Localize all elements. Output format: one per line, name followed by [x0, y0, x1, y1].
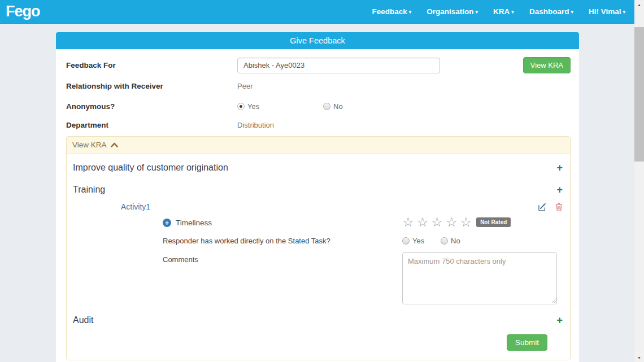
nav-item-label: KRA	[493, 7, 510, 16]
anonymous-yes-option[interactable]: Yes	[237, 102, 323, 111]
view-kra-panel-body: Improve quality of customer origination …	[67, 154, 570, 360]
not-rated-badge: Not Rated	[476, 217, 511, 227]
kra-section-training: Training +	[72, 178, 564, 200]
delete-trash-icon[interactable]	[555, 203, 563, 211]
kra-section-audit: Audit +	[72, 309, 564, 331]
responder-question: Responder has worked directly on the Sta…	[163, 237, 402, 245]
add-icon[interactable]: +	[556, 316, 563, 324]
anonymous-no-label: No	[333, 102, 343, 111]
view-kra-panel-header[interactable]: View KRA	[67, 137, 570, 154]
form-row-anonymous: Anonymous? Yes No	[66, 102, 571, 111]
vertical-scrollbar[interactable]: ▲ ▼	[634, 0, 644, 362]
caret-down-icon: ▾	[409, 9, 412, 15]
nav-item-label: Organisation	[427, 7, 473, 16]
responder-yes-label: Yes	[412, 237, 424, 245]
nav-item-organisation[interactable]: Organisation▾	[427, 7, 478, 16]
radio-checked-icon[interactable]	[237, 103, 245, 110]
scrollbar-thumb[interactable]	[634, 27, 644, 162]
page-title: Give Feedback	[56, 32, 579, 49]
activity-row: Activity1	[72, 200, 564, 213]
submit-button[interactable]: Submit	[507, 334, 547, 351]
activity-name-link[interactable]: Activity1	[121, 202, 150, 211]
view-kra-button[interactable]: View KRA	[523, 57, 571, 73]
star-icon[interactable]: ☆	[460, 216, 472, 229]
submit-row: Submit	[72, 331, 564, 355]
nav-item-label: Hi! Vimal	[589, 7, 621, 16]
relationship-value: Peer	[237, 82, 253, 90]
caret-down-icon: ▾	[476, 9, 478, 15]
chevron-up-icon	[111, 142, 118, 147]
feedback-form: Feedback For View KRA Relationship with …	[56, 49, 579, 136]
plus-circle-icon[interactable]: +	[163, 219, 171, 227]
anonymous-label: Anonymous?	[66, 102, 237, 111]
form-row-feedback-for: Feedback For View KRA	[66, 57, 571, 73]
caret-down-icon: ▾	[571, 9, 573, 15]
responder-yes-option[interactable]: Yes	[402, 237, 441, 245]
radio-unchecked-icon[interactable]	[402, 237, 410, 245]
criteria-label: Timeliness	[176, 219, 212, 227]
nav-item-user-menu[interactable]: Hi! Vimal▾	[589, 7, 625, 16]
kra-section-title: Improve quality of customer origination	[73, 163, 228, 173]
give-feedback-panel: Give Feedback Feedback For View KRA Rela…	[56, 32, 579, 362]
comments-textarea[interactable]	[402, 252, 557, 304]
anonymous-no-option[interactable]: No	[323, 102, 343, 111]
department-value: Distribution	[237, 121, 274, 129]
star-icon[interactable]: ☆	[417, 216, 429, 229]
nav-item-feedback[interactable]: Feedback▾	[372, 7, 412, 16]
star-icon[interactable]: ☆	[431, 216, 443, 229]
nav-item-label: Feedback	[372, 7, 407, 16]
radio-unchecked-icon[interactable]	[323, 103, 330, 110]
feedback-for-input[interactable]	[237, 58, 440, 73]
radio-unchecked-icon[interactable]	[441, 237, 448, 245]
comments-label: Comments	[163, 252, 402, 264]
view-kra-panel-title: View KRA	[72, 141, 107, 149]
kra-section-title: Audit	[73, 315, 93, 325]
resize-grip-icon[interactable]	[552, 298, 556, 303]
form-row-relationship: Relationship with Receiver Peer	[66, 82, 571, 90]
scroll-down-icon[interactable]: ▼	[634, 353, 644, 362]
responder-no-option[interactable]: No	[441, 237, 460, 245]
scroll-up-icon[interactable]: ▲	[634, 0, 644, 9]
criteria-row-timeliness: + Timeliness ☆ ☆ ☆ ☆ ☆ Not Rated	[72, 216, 564, 229]
nav-item-dashboard[interactable]: Dashboard▾	[529, 7, 573, 16]
kra-section-improve-quality: Improve quality of customer origination …	[72, 156, 564, 178]
relationship-label: Relationship with Receiver	[66, 82, 237, 90]
star-icon[interactable]: ☆	[402, 216, 414, 229]
edit-icon[interactable]	[538, 203, 547, 211]
nav-item-label: Dashboard	[529, 7, 569, 16]
feedback-for-label: Feedback For	[66, 61, 237, 69]
star-rating: ☆ ☆ ☆ ☆ ☆ Not Rated	[402, 216, 564, 229]
anonymous-yes-label: Yes	[247, 102, 259, 111]
caret-down-icon: ▾	[511, 9, 514, 15]
caret-down-icon: ▾	[623, 9, 625, 15]
brand-logo[interactable]: Fego	[6, 3, 40, 20]
add-icon[interactable]: +	[556, 164, 563, 172]
add-icon[interactable]: +	[556, 186, 563, 194]
responder-no-label: No	[451, 237, 460, 245]
department-label: Department	[66, 121, 237, 129]
nav-items: Feedback▾ Organisation▾ KRA▾ Dashboard▾ …	[372, 7, 626, 16]
nav-item-kra[interactable]: KRA▾	[493, 7, 514, 16]
kra-section-title: Training	[73, 185, 105, 195]
form-row-department: Department Distribution	[66, 121, 571, 129]
responder-row: Responder has worked directly on the Sta…	[72, 237, 564, 245]
comments-row: Comments	[72, 252, 564, 307]
view-kra-panel: View KRA Improve quality of customer ori…	[66, 136, 571, 360]
navbar: Fego Feedback▾ Organisation▾ KRA▾ Dashbo…	[0, 0, 634, 24]
star-icon[interactable]: ☆	[446, 216, 458, 229]
